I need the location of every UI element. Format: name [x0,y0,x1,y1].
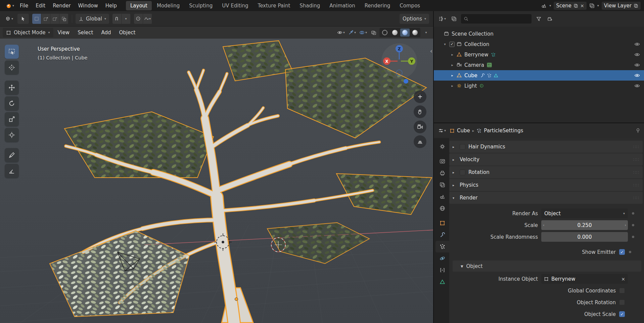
expand-arrow-icon[interactable]: ▸ [453,183,457,187]
object-rotation-checkbox[interactable] [619,299,625,305]
clear-icon[interactable]: × [621,276,625,282]
new-collection-button[interactable] [546,14,554,23]
object-visibility-dropdown[interactable]: ▾ [336,28,346,37]
eye-icon[interactable] [634,73,640,78]
collection-checkbox[interactable]: ✓ [449,42,455,47]
panel-grip[interactable]: ∷∷ [633,170,639,175]
properties-editor-type-button[interactable]: ▾ [437,126,447,135]
panel-velocity[interactable]: ▸ Velocity ∷∷ [449,153,643,166]
pin-icon[interactable] [635,128,641,133]
outliner-display-mode-button[interactable] [450,14,458,23]
workspace-tab-uv-editing[interactable]: UV Editing [218,1,252,10]
workspace-tab-shading[interactable]: Shading [295,1,324,10]
select-mode-intersect-button[interactable] [59,14,68,24]
tab-constraints[interactable] [435,264,449,276]
outliner-row-berrynew[interactable]: ▸ Berrynew [434,49,644,60]
panel-grip[interactable]: ∷∷ [633,195,639,200]
tool-transform[interactable] [5,128,19,142]
outliner-search[interactable] [461,14,532,24]
tool-annotate[interactable] [5,148,19,162]
menu-window[interactable]: Window [75,1,102,10]
workspace-tab-layout[interactable]: Layout [126,1,152,10]
rotation-checkbox[interactable] [460,170,465,175]
eye-icon[interactable] [634,52,640,57]
instance-object-field[interactable]: Berrynew × [541,274,628,284]
view-layer-browse-icon[interactable] [589,3,595,8]
viewport-menu-select[interactable]: Select [74,28,97,37]
copy-icon[interactable] [634,3,638,8]
tool-scale[interactable] [5,112,19,126]
panel-grip[interactable]: ∷∷ [633,183,639,188]
tab-object-data[interactable] [435,276,449,288]
outliner-row-collection[interactable]: ▾ ✓ Collection [434,39,644,49]
keyframe-dot[interactable] [632,212,634,215]
tab-particles[interactable] [435,241,449,252]
workspace-tab-rendering[interactable]: Rendering [360,1,395,10]
shading-rendered-button[interactable] [410,29,420,37]
expand-arrow-icon[interactable]: ▸ [453,171,457,174]
expand-arrow-icon[interactable]: ▸ [453,145,457,149]
workspace-tab-modeling[interactable]: Modeling [152,1,184,10]
tab-view-layer[interactable] [435,179,449,191]
panel-physics[interactable]: ▸ Physics ∷∷ [449,179,643,191]
hair-dynamics-checkbox[interactable] [460,144,465,150]
menu-help[interactable]: Help [102,1,121,10]
keyframe-dot[interactable] [629,251,631,253]
ortho-grid-button[interactable] [414,135,426,148]
subpanel-object[interactable]: ▾ Object [453,261,641,272]
panel-grip[interactable]: ∷∷ [633,157,639,162]
expand-arrow-icon[interactable]: ▾ [461,263,463,269]
expand-arrow-icon[interactable]: ▸ [450,53,455,56]
global-coordinates-checkbox[interactable] [619,288,625,293]
eye-icon[interactable] [634,83,640,89]
breadcrumb-object[interactable]: Cube [457,128,470,134]
shading-solid-button[interactable] [390,29,400,37]
outliner-row-light[interactable]: ▸ Light [434,81,644,91]
gizmo-axis-y[interactable]: Y [408,57,415,65]
tab-physics[interactable] [435,252,449,264]
tool-cursor[interactable] [5,60,19,75]
tab-render[interactable] [435,155,449,167]
gizmo-axis-x[interactable]: X [383,57,390,65]
pan-hand-button[interactable] [414,105,426,118]
slider-left-arrow-icon[interactable]: ‹ [543,223,544,227]
object-scale-checkbox[interactable]: ✓ [619,311,625,317]
mode-dropdown[interactable]: Object Mode ▾ [3,28,53,37]
viewport-menu-object[interactable]: Object [115,28,139,37]
copy-icon[interactable] [573,3,578,8]
show-emitter-checkbox[interactable]: ✓ [619,249,625,255]
search-input[interactable] [470,16,536,22]
scene-browse-icon[interactable] [541,3,547,8]
shading-settings-button[interactable]: ▾ [422,28,430,37]
panel-grip[interactable]: ∷∷ [633,144,639,149]
tab-tool[interactable] [435,141,449,152]
keyframe-dot[interactable] [632,236,634,238]
panel-rotation[interactable]: ▸ Rotation ∷∷ [449,166,643,178]
snap-settings-button[interactable]: ▾ [122,14,131,24]
panel-render[interactable]: ▾ Render ∷∷ [449,192,643,204]
filter-button[interactable] [534,14,543,23]
expand-arrow-icon[interactable]: ▸ [450,84,455,88]
outliner-row-camera[interactable]: ▸ Camera [434,60,644,70]
tab-world[interactable] [435,202,449,214]
expand-arrow-icon[interactable]: ▾ [453,196,457,200]
snap-toggle-button[interactable] [112,14,122,24]
active-tool-preview[interactable] [17,14,29,24]
xray-toggle-button[interactable] [369,28,378,37]
expand-arrow-icon[interactable]: ▸ [450,63,455,67]
scale-slider[interactable]: ‹ 0.250 › [541,220,628,230]
render-as-dropdown[interactable]: Object ▾ [541,209,628,218]
workspace-tab-sculpting[interactable]: Sculpting [185,1,217,10]
close-icon[interactable]: × [580,3,584,8]
select-mode-extend-button[interactable] [41,14,50,24]
navigation-gizmo[interactable]: Z X Y [381,43,418,80]
scale-randomness-slider[interactable]: 0.000 [541,232,628,242]
menu-edit[interactable]: Edit [32,1,49,10]
keyframe-dot[interactable] [632,224,634,226]
outliner-editor-type-button[interactable]: ▾ [437,14,447,23]
expand-arrow-icon[interactable]: ▾ [443,42,447,46]
editor-type-button[interactable]: ▾ [4,14,14,23]
scene-selector[interactable]: Scene × [554,2,586,10]
viewport-canvas[interactable]: User Perspective (1) Collection | Cube [0,39,433,323]
outliner-row-cube[interactable]: ▸ Cube [434,70,644,81]
